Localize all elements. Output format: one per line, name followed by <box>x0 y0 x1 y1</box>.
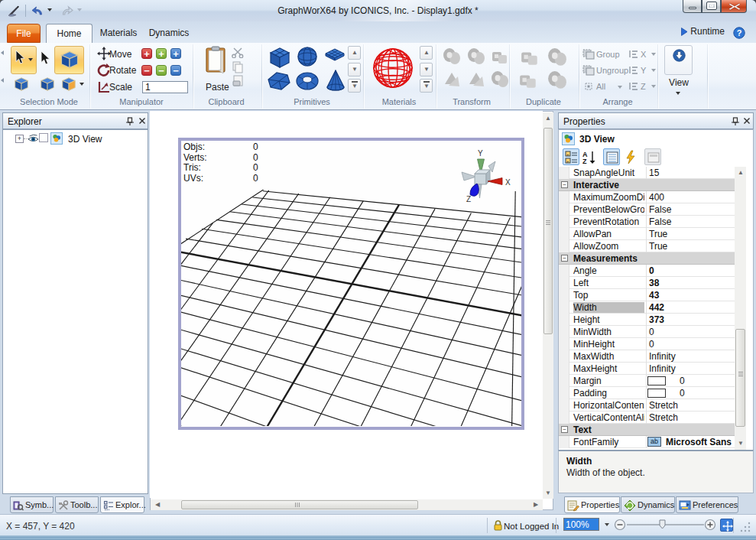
svg-text:Y: Y <box>478 149 483 158</box>
svg-text:?: ? <box>737 28 742 37</box>
svg-text:+: + <box>566 152 569 157</box>
svg-text:Z: Z <box>466 195 471 203</box>
svg-text:X: X <box>505 178 511 187</box>
svg-text:+: + <box>566 159 569 164</box>
svg-text:Z: Z <box>582 158 587 164</box>
